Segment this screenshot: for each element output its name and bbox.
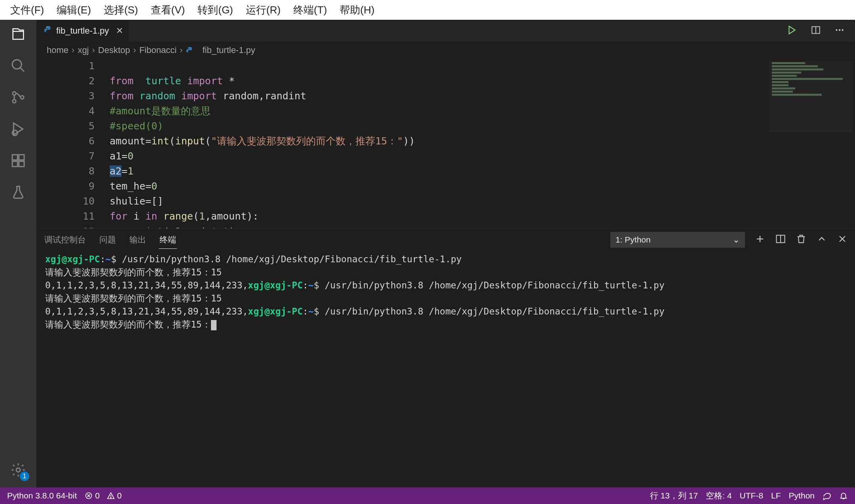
tab-bar: fib_turtle-1.py ✕ [36, 20, 855, 42]
svg-rect-9 [19, 155, 24, 160]
menu-view[interactable]: 查看(V) [144, 3, 192, 17]
chevron-down-icon: ⌄ [733, 235, 740, 244]
svg-point-27 [110, 497, 111, 498]
terminal[interactable]: xgj@xgj-PC:~$ /usr/bin/python3.8 /home/x… [36, 250, 855, 487]
tab-file[interactable]: fib_turtle-1.py ✕ [36, 20, 129, 42]
svg-rect-8 [19, 161, 24, 167]
crumb-desktop[interactable]: Desktop [98, 45, 130, 55]
line-number-gutter: 123456789101112 [36, 59, 110, 229]
source-control-icon[interactable] [10, 89, 27, 106]
panel: 调试控制台 问题 输出 终端 1: Python ⌄ [36, 229, 855, 487]
python-file-icon [44, 25, 52, 36]
explorer-icon[interactable] [10, 25, 27, 43]
split-terminal-icon[interactable] [775, 233, 786, 246]
search-icon[interactable] [10, 57, 27, 74]
maximize-panel-icon[interactable] [816, 233, 827, 246]
menubar: 文件(F) 编辑(E) 选择(S) 查看(V) 转到(G) 运行(R) 终端(T… [0, 0, 855, 20]
status-encoding[interactable]: UTF-8 [740, 491, 764, 500]
panel-tab-problems[interactable]: 问题 [99, 231, 117, 248]
status-bar: Python 3.8.0 64-bit 0 0 行 13，列 17 空格: 4 … [0, 487, 855, 504]
code-content[interactable]: from turtle import * from random import … [110, 59, 855, 229]
crumb-folder[interactable]: Fibonacci [139, 45, 177, 55]
editor[interactable]: 123456789101112 from turtle import * fro… [36, 59, 855, 229]
menu-terminal[interactable]: 终端(T) [287, 3, 333, 17]
svg-line-1 [20, 68, 24, 72]
chevron-right-icon: › [133, 45, 136, 55]
menu-file[interactable]: 文件(F) [4, 3, 50, 17]
status-eol[interactable]: LF [771, 491, 781, 500]
panel-tab-output[interactable]: 输出 [129, 231, 147, 248]
svg-point-15 [839, 29, 840, 31]
status-spaces[interactable]: 空格: 4 [706, 490, 732, 501]
status-errors[interactable]: 0 0 [85, 491, 122, 500]
chevron-right-icon: › [180, 45, 182, 55]
status-python[interactable]: Python 3.8.0 64-bit [7, 491, 77, 500]
svg-point-16 [842, 29, 843, 31]
activitybar: 1 [0, 20, 36, 487]
close-panel-icon[interactable] [837, 233, 848, 246]
menu-run[interactable]: 运行(R) [239, 3, 287, 17]
terminal-cursor [211, 320, 217, 330]
extensions-icon[interactable] [10, 152, 27, 169]
new-terminal-icon[interactable] [754, 233, 766, 246]
breadcrumb[interactable]: home › xgj › Desktop › Fibonacci › fib_t… [36, 42, 855, 59]
menu-help[interactable]: 帮助(H) [333, 3, 381, 17]
status-lang[interactable]: Python [789, 491, 815, 500]
kill-terminal-icon[interactable] [796, 233, 807, 246]
status-cursor[interactable]: 行 13，列 17 [650, 490, 698, 501]
settings-gear-icon[interactable]: 1 [10, 461, 27, 479]
panel-tab-debug-console[interactable]: 调试控制台 [44, 231, 87, 248]
status-notifications-icon[interactable] [839, 491, 848, 500]
terminal-selector[interactable]: 1: Python ⌄ [610, 232, 745, 248]
svg-point-2 [13, 92, 16, 95]
more-actions-icon[interactable] [834, 25, 845, 37]
settings-badge: 1 [20, 472, 29, 481]
svg-point-11 [46, 27, 47, 28]
status-feedback-icon[interactable] [823, 491, 831, 500]
run-button[interactable] [787, 25, 797, 37]
svg-point-3 [13, 100, 16, 103]
split-editor-icon[interactable] [811, 25, 821, 37]
crumb-user[interactable]: xgj [78, 45, 89, 55]
run-debug-icon[interactable] [10, 120, 27, 138]
crumb-file[interactable]: fib_turtle-1.py [186, 45, 255, 55]
svg-point-4 [21, 96, 24, 99]
chevron-right-icon: › [72, 45, 74, 55]
crumb-home[interactable]: home [47, 45, 68, 55]
menu-select[interactable]: 选择(S) [97, 3, 144, 17]
beaker-icon[interactable] [10, 184, 27, 201]
svg-point-10 [16, 468, 20, 472]
chevron-right-icon: › [92, 45, 95, 55]
panel-tabs: 调试控制台 问题 输出 终端 1: Python ⌄ [36, 229, 855, 250]
svg-rect-7 [12, 161, 17, 167]
menu-go[interactable]: 转到(G) [191, 3, 239, 17]
minimap[interactable] [770, 61, 853, 132]
svg-rect-6 [12, 155, 17, 160]
menu-edit[interactable]: 编辑(E) [50, 3, 97, 17]
tab-label: fib_turtle-1.py [56, 26, 109, 36]
svg-point-14 [836, 29, 837, 31]
panel-tab-terminal[interactable]: 终端 [159, 231, 177, 249]
tab-close-icon[interactable]: ✕ [116, 26, 123, 36]
svg-point-0 [12, 60, 21, 69]
